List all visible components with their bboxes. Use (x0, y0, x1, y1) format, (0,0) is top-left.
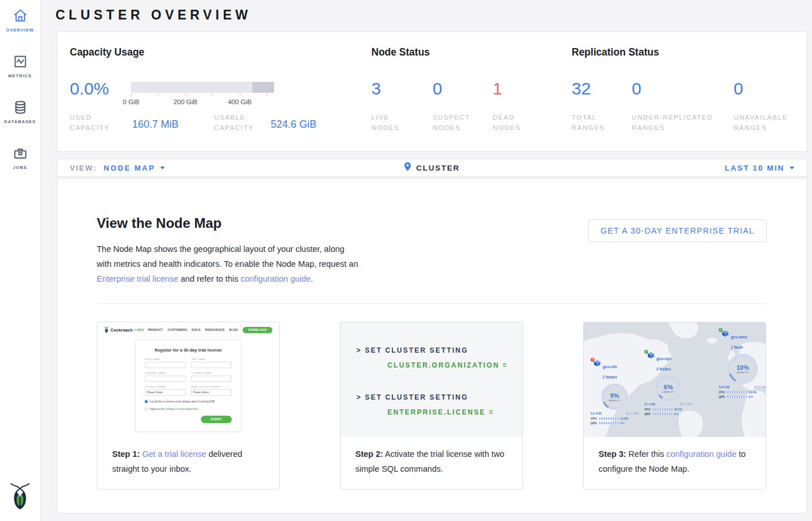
healthy-badge-icon: ✓ (719, 328, 723, 332)
total-ranges-value: 32 (572, 79, 591, 98)
chevron-down-icon (160, 167, 165, 169)
cockroachdb-logo[interactable] (10, 482, 30, 513)
configuration-guide-link[interactable]: configuration guide (240, 274, 311, 283)
sidebar-item-overview[interactable]: OVERVIEW (0, 8, 40, 33)
sidebar: OVERVIEW METRICS DATABASES (0, 0, 41, 521)
node-cube-icon (594, 360, 600, 366)
node-cube-icon (648, 352, 654, 358)
locality-label: CLUSTER (416, 164, 460, 172)
section-description: The Node Map shows the geographical layo… (97, 242, 359, 287)
step2-card: > SET CLUSTER SETTING CLUSTER.ORGANIZATI… (340, 322, 523, 490)
step2-sql-commands: > SET CLUSTER SETTING CLUSTER.ORGANIZATI… (340, 322, 522, 437)
suspect-nodes-value: 0 (433, 79, 442, 98)
enterprise-trial-license-link[interactable]: Enterprise trial license (97, 274, 179, 283)
locality-breadcrumb: CLUSTER (404, 162, 460, 173)
map-region-geo-nyc: ✓ geo-nyc2 Nodes 6% CAPACITY (644, 352, 692, 416)
cluster-summary-card: Capacity Usage 0.0% 0 GiB 200 GiB 400 Gi… (57, 31, 807, 152)
page-title: CLUSTER OVERVIEW (56, 7, 252, 23)
unavailable-ranges-value: 0 (734, 79, 743, 98)
mini-cockroach-logo: Cockroach LABS (104, 326, 144, 333)
step3-node-map-preview: ! geo-sfo2 Nodes 9% CAPACITY (584, 322, 766, 437)
gauge-tick-label: 400 GiB (223, 98, 257, 105)
view-toolbar: VIEW: NODE MAP CLUSTER LAST 10 MIN (57, 159, 807, 177)
capacity-usage-title: Capacity Usage (70, 46, 144, 58)
get-trial-license-link[interactable]: Get a trial license (142, 449, 206, 459)
map-region-geo-sfo: ! geo-sfo2 Nodes 9% CAPACITY (591, 360, 639, 425)
section-heading: View the Node Map (97, 215, 221, 231)
mini-submit-button: SUBMIT (201, 416, 232, 423)
sidebar-item-databases[interactable]: DATABASES (0, 100, 40, 124)
database-icon (13, 100, 28, 115)
time-range-dropdown[interactable]: LAST 10 MIN (724, 164, 794, 172)
sidebar-item-jobs[interactable]: JOBS (0, 145, 40, 170)
step3-card: ! geo-sfo2 Nodes 9% CAPACITY (583, 322, 766, 490)
step3-caption: Step 3: Refer this configuration guide t… (584, 437, 766, 489)
usable-capacity-value: 524.6 GiB (271, 119, 316, 131)
usable-capacity-label: USABLECAPACITY (214, 112, 253, 133)
sidebar-item-label: OVERVIEW (6, 27, 34, 33)
mini-trial-form: Register for a 30-day trial license FIRS… (135, 340, 241, 432)
sql-command-line: > SET CLUSTER SETTING (357, 346, 522, 354)
unavailable-ranges-label: UNAVAILABLERANGES (734, 112, 788, 133)
map-region-geo-ams: ✓ geo-ams1 Node 10% CAPACITY (719, 330, 766, 398)
capacity-gauge (131, 82, 274, 93)
alert-badge-icon: ! (591, 358, 595, 362)
live-nodes-value: 3 (371, 79, 381, 98)
suspect-nodes-label: SUSPECTNODES (433, 112, 470, 133)
dead-nodes-value: 1 (493, 79, 502, 98)
capacity-gauge-tail (252, 82, 274, 93)
map-pin-icon (404, 162, 411, 173)
sidebar-item-label: METRICS (8, 73, 31, 78)
node-cube-icon (722, 330, 728, 337)
total-ranges-label: TOTALRANGES (572, 112, 605, 133)
sidebar-item-label: DATABASES (4, 119, 35, 124)
enterprise-trial-button[interactable]: GET A 30-DAY ENTERPRISE TRIAL (588, 219, 767, 242)
healthy-badge-icon: ✓ (644, 350, 648, 354)
briefcase-icon (13, 145, 28, 161)
configuration-guide-link[interactable]: configuration guide (666, 449, 736, 459)
step1-card: Cockroach LABS PRODUCT CUSTOMERS DOCS RE… (97, 322, 280, 490)
metrics-chart-icon (13, 54, 28, 69)
gauge-tick-label: 200 GiB (168, 98, 203, 105)
sidebar-item-metrics[interactable]: METRICS (0, 54, 40, 78)
replication-status-title: Replication Status (572, 46, 659, 58)
step1-caption: Step 1: Get a trial license delivered st… (97, 437, 279, 489)
home-icon (13, 8, 28, 23)
sql-command-arg: CLUSTER.ORGANIZATION = (387, 361, 522, 369)
under-replicated-ranges-value: 0 (632, 79, 641, 98)
used-capacity-value: 160.7 MiB (132, 119, 179, 131)
cluster-overview-page: { "header": { "title": "CLUSTER OVERVIEW… (0, 0, 812, 521)
divider (97, 303, 766, 304)
step1-registration-screenshot: Cockroach LABS PRODUCT CUSTOMERS DOCS RE… (97, 322, 279, 437)
node-status-title: Node Status (371, 46, 430, 58)
gauge-tick-label: 0 GiB (114, 98, 148, 105)
node-map-section: View the Node Map The Node Map shows the… (57, 178, 807, 514)
used-capacity-label: USEDCAPACITY (70, 112, 109, 133)
view-selector-dropdown[interactable]: NODE MAP (104, 164, 165, 172)
chevron-down-icon (790, 167, 794, 169)
mini-site-nav: PRODUCT CUSTOMERS DOCS RESOURCES BLOG DO… (148, 327, 272, 333)
view-label: VIEW: (70, 164, 97, 172)
sql-command-arg: ENTERPRISE.LICENSE = (387, 408, 522, 416)
live-nodes-label: LIVENODES (371, 112, 399, 133)
sql-command-line: > SET CLUSTER SETTING (357, 393, 522, 401)
sidebar-item-label: JOBS (13, 165, 27, 170)
capacity-used-percent: 0.0% (70, 79, 109, 98)
mini-download-button: DOWNLOAD (243, 327, 272, 333)
steps-row: Cockroach LABS PRODUCT CUSTOMERS DOCS RE… (97, 322, 766, 490)
step2-caption: Step 2: Activate the trial license with … (340, 437, 522, 489)
under-replicated-ranges-label: UNDER-REPLICATEDRANGES (632, 112, 713, 133)
dead-nodes-label: DEADNODES (493, 112, 521, 133)
